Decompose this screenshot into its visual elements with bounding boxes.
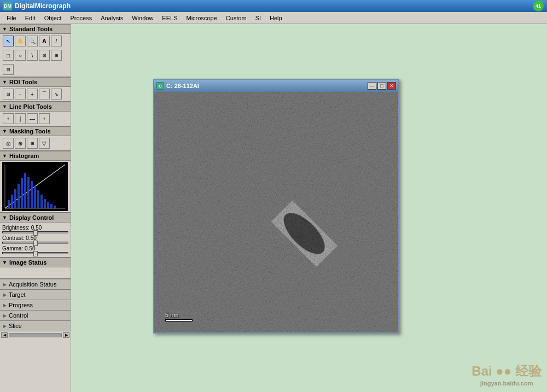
svg-rect-21 bbox=[154, 92, 398, 332]
image-status-label: Image Status bbox=[9, 259, 46, 266]
tool-freehand[interactable]: \ bbox=[27, 50, 38, 61]
tool-oval[interactable]: ○ bbox=[15, 50, 26, 61]
standard-tools-row1: ↖ ✋ 🔍 A / bbox=[0, 34, 71, 48]
control-header[interactable]: ▶ Control bbox=[0, 311, 71, 320]
panel-scrollbar: ◀ ▶ bbox=[0, 331, 71, 338]
roi-arc[interactable]: ⌒ bbox=[39, 89, 50, 100]
tool-roi2[interactable]: ⊞ bbox=[51, 50, 62, 61]
roi-wave[interactable]: ∿ bbox=[51, 89, 62, 100]
control-arrow: ▶ bbox=[3, 313, 7, 318]
image-window[interactable]: C C: 26-112Al — □ ✕ bbox=[153, 79, 399, 334]
tool-hand[interactable]: ✋ bbox=[15, 36, 26, 46]
tool-line[interactable]: / bbox=[51, 36, 62, 46]
gamma-thumb[interactable] bbox=[33, 251, 38, 256]
menu-window[interactable]: Window bbox=[127, 14, 158, 22]
menu-edit[interactable]: Edit bbox=[21, 14, 40, 22]
brightness-thumb[interactable] bbox=[33, 230, 38, 236]
histogram-arrow: ▼ bbox=[2, 153, 7, 159]
mask-grid[interactable]: ⊞ bbox=[27, 138, 38, 149]
masking-tools-arrow: ▼ bbox=[2, 128, 7, 134]
masking-tools-header[interactable]: ▼ Masking Tools bbox=[0, 126, 71, 136]
contrast-slider[interactable] bbox=[2, 242, 68, 244]
svg-rect-4 bbox=[14, 189, 16, 208]
gamma-slider[interactable] bbox=[2, 252, 68, 254]
menu-eels[interactable]: EELS bbox=[158, 14, 182, 22]
roi-tools-row: ⊡ ∙∙ + ⌒ ∿ bbox=[0, 87, 71, 101]
tool-special[interactable]: ⊟ bbox=[3, 64, 14, 75]
menu-file[interactable]: File bbox=[2, 14, 21, 22]
menu-object[interactable]: Object bbox=[40, 14, 66, 22]
app-title: DigitalMicrograph bbox=[15, 2, 71, 10]
progress-header[interactable]: ▶ Progress bbox=[0, 300, 71, 310]
menu-microscope[interactable]: Microscope bbox=[182, 14, 221, 22]
image-status-content bbox=[0, 267, 71, 278]
mask-dot[interactable]: ⊕ bbox=[15, 138, 26, 149]
acquisition-status-header[interactable]: ▶ Acquisition Status bbox=[0, 279, 71, 289]
target-header[interactable]: ▶ Target bbox=[0, 290, 71, 300]
lp-hline[interactable]: — bbox=[27, 113, 38, 124]
svg-rect-13 bbox=[44, 199, 46, 208]
gamma-row: Gamma: 0.50 bbox=[2, 245, 68, 255]
tem-svg bbox=[154, 92, 398, 332]
brightness-slider[interactable] bbox=[2, 231, 68, 233]
svg-rect-9 bbox=[31, 181, 33, 208]
baidu-url: jingyan.baidu.com bbox=[472, 380, 542, 387]
display-control-arrow: ▼ bbox=[2, 215, 7, 220]
slice-label: Slice bbox=[9, 323, 22, 329]
mask-circle[interactable]: ◎ bbox=[3, 138, 14, 149]
roi-tools-header[interactable]: ▼ ROI Tools bbox=[0, 77, 71, 87]
histogram-header[interactable]: ▼ Histogram bbox=[0, 151, 71, 161]
brightness-row: Brightness: 0.50 bbox=[2, 225, 68, 234]
image-status-arrow: ▼ bbox=[2, 260, 7, 265]
roi-tools-arrow: ▼ bbox=[2, 79, 7, 85]
target-section: ▶ Target bbox=[0, 289, 71, 300]
roi-cross[interactable]: + bbox=[27, 89, 38, 100]
masking-tools-row: ◎ ⊕ ⊞ ▽ bbox=[0, 136, 71, 150]
line-plot-row: + | — + bbox=[0, 112, 71, 126]
slice-header[interactable]: ▶ Slice bbox=[0, 321, 71, 331]
tool-rect[interactable]: □ bbox=[3, 50, 14, 61]
scroll-thumb-h[interactable] bbox=[9, 333, 62, 337]
tool-select[interactable]: ↖ bbox=[3, 36, 14, 46]
histogram-svg bbox=[2, 162, 68, 211]
scale-bar: 5 nm bbox=[165, 312, 193, 321]
image-title-text: C: 26-112Al bbox=[166, 83, 199, 89]
svg-rect-15 bbox=[50, 204, 53, 208]
menu-custom[interactable]: Custom bbox=[222, 14, 251, 22]
svg-rect-2 bbox=[8, 200, 10, 208]
standard-tools-row2: □ ○ \ ⊡ ⊞ bbox=[0, 48, 71, 62]
tool-text[interactable]: A bbox=[39, 36, 50, 46]
scroll-right[interactable]: ▶ bbox=[63, 332, 69, 338]
baidu-watermark: Bai ●● 经验 jingyan.baidu.com bbox=[472, 362, 542, 387]
mask-filter[interactable]: ▽ bbox=[39, 138, 50, 149]
status-circle: 41 bbox=[533, 1, 544, 11]
maximize-button[interactable]: □ bbox=[377, 82, 386, 90]
lp-vline[interactable]: | bbox=[15, 113, 26, 124]
svg-rect-11 bbox=[37, 190, 39, 208]
left-panel: ▼ Standard Tools ↖ ✋ 🔍 A / □ ○ \ ⊡ ⊞ ⊟ ▼… bbox=[0, 24, 71, 392]
roi-rect[interactable]: ⊡ bbox=[3, 89, 14, 100]
roi-dot[interactable]: ∙∙ bbox=[15, 89, 26, 100]
progress-arrow: ▶ bbox=[3, 303, 7, 308]
lp-plus[interactable]: + bbox=[39, 113, 50, 124]
menu-analysis[interactable]: Analysis bbox=[96, 14, 127, 22]
display-control-header[interactable]: ▼ Display Control bbox=[0, 213, 71, 223]
display-control-section: Brightness: 0.50 Contrast: 0.50 Gamma: 0… bbox=[0, 223, 71, 257]
standard-tools-header[interactable]: ▼ Standard Tools bbox=[0, 24, 71, 34]
slice-arrow: ▶ bbox=[3, 324, 7, 329]
menu-process[interactable]: Process bbox=[66, 14, 97, 22]
image-status-header[interactable]: ▼ Image Status bbox=[0, 258, 71, 267]
tool-roi1[interactable]: ⊡ bbox=[39, 50, 50, 61]
menu-help[interactable]: Help bbox=[265, 14, 287, 22]
scroll-left[interactable]: ◀ bbox=[1, 332, 8, 338]
tool-zoom[interactable]: 🔍 bbox=[27, 36, 38, 46]
minimize-button[interactable]: — bbox=[368, 82, 376, 90]
close-button[interactable]: ✕ bbox=[387, 82, 396, 90]
roi-tools-label: ROI Tools bbox=[9, 79, 37, 85]
lp-cross[interactable]: + bbox=[3, 113, 14, 124]
acquisition-status-section: ▶ Acquisition Status bbox=[0, 279, 71, 289]
menu-si[interactable]: SI bbox=[251, 14, 265, 22]
standard-tools-arrow: ▼ bbox=[2, 26, 7, 32]
contrast-thumb[interactable] bbox=[33, 241, 38, 246]
line-plot-header[interactable]: ▼ Line Plot Tools bbox=[0, 102, 71, 112]
